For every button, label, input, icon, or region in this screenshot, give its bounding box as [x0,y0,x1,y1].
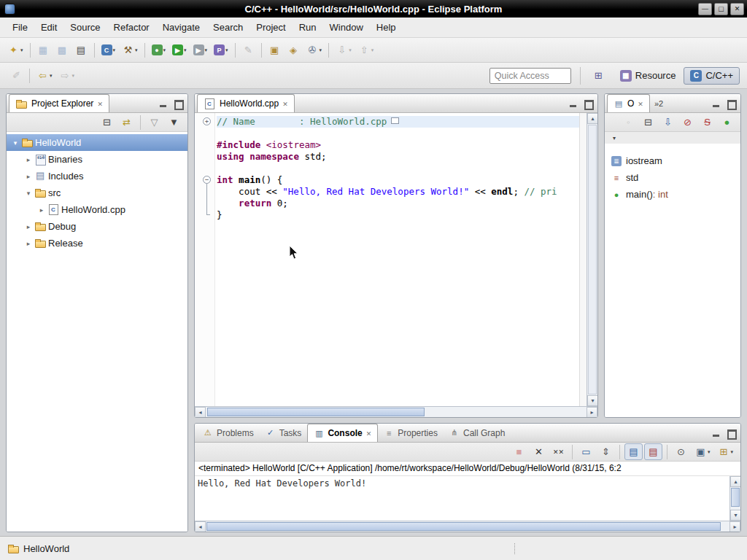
maximize-view-button[interactable] [727,99,735,108]
tab-outline[interactable]: ▤ O [607,94,650,112]
new-cpp-class-button[interactable]: C▾ [98,42,119,58]
scroll-right-icon[interactable] [587,407,597,418]
tree-item-src[interactable]: ▾src [7,184,187,201]
scrollbar-track[interactable] [587,124,597,395]
scroll-left-icon[interactable] [195,521,206,532]
expand-twisty-icon[interactable]: ▸ [36,206,47,214]
external-tools-button[interactable]: ▶▾ [190,42,211,58]
search-button[interactable]: ✇▾ [303,42,325,58]
scrollbar-thumb[interactable] [207,408,425,416]
fold-expand-icon[interactable]: + [203,117,211,125]
menu-edit[interactable]: Edit [34,19,63,36]
scrollbar-thumb[interactable] [731,488,740,507]
tab-call-graph[interactable]: ⋔Call Graph [444,424,511,442]
display-selected-console-button[interactable]: ▣▾ [692,443,713,460]
fold-collapse-icon[interactable]: − [203,176,211,184]
scroll-up-icon[interactable] [587,113,598,124]
outline-item-main[interactable]: ●main() : int [605,186,740,203]
folded-region-icon[interactable] [391,117,399,124]
menu-window[interactable]: Window [323,19,370,36]
run-button[interactable]: ▶▾ [169,42,190,58]
open-console-button[interactable]: ⊞▾ [714,443,736,460]
minimize-view-button[interactable] [712,429,721,438]
maximize-button[interactable] [714,3,728,15]
minimize-view-button[interactable] [159,99,168,108]
perspective-resource[interactable]: ▦Resource [614,67,683,85]
outline-item-std[interactable]: ≡std [605,169,740,186]
link-with-editor-button[interactable]: ⇄ [117,114,136,131]
close-icon[interactable] [282,98,288,109]
scrollbar-thumb[interactable] [588,125,597,394]
collapse-twisty-icon[interactable]: ▾ [9,139,21,147]
tree-item-includes[interactable]: ▸Includes [7,168,187,184]
expand-twisty-icon[interactable]: ▸ [23,240,34,247]
view-menu-button[interactable]: ▼ [165,114,183,131]
scroll-down-icon[interactable] [587,395,598,406]
open-perspective-button[interactable]: ⊞ [589,67,608,84]
menu-refactor[interactable]: Refactor [107,19,156,36]
hide-non-public-members-button[interactable]: ● [718,114,736,131]
minimize-view-button[interactable] [569,99,578,108]
show-stdout-when-changed-button[interactable]: ▤ [624,443,643,460]
maximize-view-button[interactable] [727,429,735,438]
scrollbar-track[interactable] [206,407,587,417]
collapse-all-button[interactable]: ⊟ [98,114,116,131]
console-horizontal-scrollbar[interactable] [195,521,740,532]
minimize-view-button[interactable] [712,99,721,108]
back-button[interactable]: ⇦▾ [34,67,55,84]
menu-project[interactable]: Project [249,19,292,36]
tab-properties[interactable]: ≡Properties [378,424,444,442]
project-tree[interactable]: ▾HelloWorld▸Binaries▸Includes▾src▸HelloW… [7,132,187,532]
hidden-tabs-indicator[interactable]: »2 [650,99,667,108]
tree-item-release[interactable]: ▸Release [7,235,187,252]
sort-button[interactable]: ⇩ [659,114,677,131]
tab-problems[interactable]: ⚠Problems [197,424,260,442]
expand-twisty-icon[interactable]: ▸ [23,223,34,230]
expand-twisty-icon[interactable]: ▸ [23,156,34,163]
scroll-down-icon[interactable] [730,510,741,521]
scroll-right-icon[interactable] [729,521,740,532]
tree-item-debug[interactable]: ▸Debug [7,218,187,235]
tree-item-helloworld-cpp[interactable]: ▸HelloWorld.cpp [7,201,187,218]
build-button[interactable]: ⚒▾ [119,42,141,58]
scrollbar-thumb[interactable] [206,522,721,531]
perspective-c-c[interactable]: CC/C++ [684,67,740,85]
show-stderr-when-changed-button[interactable]: ▤ [644,443,662,460]
tab-helloworld-cpp[interactable]: HelloWorld.cpp [197,94,295,112]
tab-project-explorer[interactable]: Project Explorer [9,94,109,112]
close-icon[interactable] [97,98,103,109]
hide-static-members-button[interactable]: S [698,114,716,131]
menu-search[interactable]: Search [206,19,249,36]
open-element-button[interactable]: ◈ [285,42,303,58]
editor-vertical-scrollbar[interactable] [587,113,597,406]
menu-file[interactable]: File [6,19,34,36]
editor-horizontal-scrollbar[interactable] [195,406,597,417]
outline-list[interactable]: ≣iostream≡std●main() : int [605,144,740,417]
outline-view-menu-button[interactable]: ▾ [609,133,619,144]
menu-run[interactable]: Run [293,19,323,36]
new-wizard-button[interactable]: ✦▾ [4,42,26,58]
console-output[interactable]: Hello, Red Hat Developers World! [195,476,729,521]
hide-fields-button[interactable]: ⊘ [678,114,697,131]
maximize-view-button[interactable] [584,99,592,108]
open-resource-button[interactable]: ▣ [266,42,284,58]
tab-tasks[interactable]: ✓Tasks [260,424,308,442]
expand-twisty-icon[interactable]: ▸ [23,173,34,180]
minimize-button[interactable] [698,3,712,15]
menu-source[interactable]: Source [63,19,107,36]
console-vertical-scrollbar[interactable] [729,476,740,521]
scrollbar-track[interactable] [730,487,740,510]
scrollbar-track[interactable] [206,521,729,532]
tab-console[interactable]: ▥Console [307,424,378,442]
outline-item-iostream[interactable]: ≣iostream [605,152,740,169]
filters-button[interactable]: ▽ [145,114,163,131]
tree-item-helloworld[interactable]: ▾HelloWorld [7,134,187,151]
collapse-twisty-icon[interactable]: ▾ [23,190,34,197]
scroll-up-icon[interactable] [730,476,741,487]
scroll-lock-button[interactable]: ⇕ [597,443,615,460]
quick-access-input[interactable] [489,68,571,84]
pin-console-button[interactable]: ⊙ [672,443,690,460]
menu-navigate[interactable]: Navigate [156,19,206,36]
close-icon[interactable] [366,428,372,438]
maximize-view-button[interactable] [174,99,182,108]
